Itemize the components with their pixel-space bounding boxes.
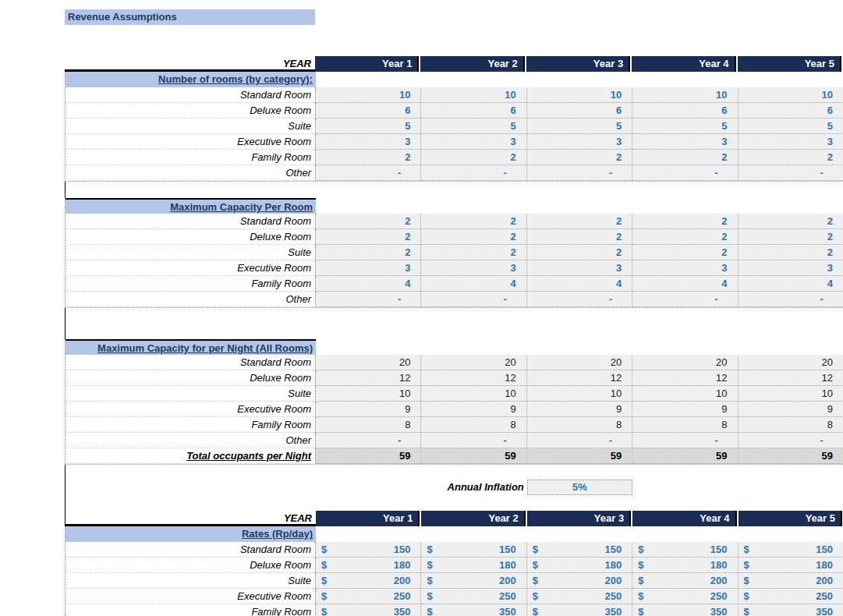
- rate-value-cell[interactable]: $350: [316, 604, 421, 616]
- value-cell[interactable]: 4: [316, 276, 421, 292]
- rate-value-cell[interactable]: $350: [739, 604, 843, 616]
- value-cell[interactable]: -: [421, 165, 526, 181]
- value-cell[interactable]: 3: [421, 134, 526, 150]
- value-cell: 8: [316, 417, 421, 433]
- value-cell[interactable]: 2: [739, 150, 843, 165]
- value-cell[interactable]: 2: [739, 229, 843, 245]
- section-capacity-per-room: Maximum Capacity Per Room Standard Room2…: [65, 198, 843, 308]
- rate-value-cell[interactable]: $150: [632, 542, 738, 558]
- rate-value-cell[interactable]: $150: [739, 542, 843, 558]
- value-cell[interactable]: 6: [421, 103, 526, 119]
- value-cell[interactable]: 2: [632, 229, 738, 245]
- value-cell[interactable]: 2: [739, 214, 843, 229]
- value-cell[interactable]: 2: [421, 229, 526, 245]
- value-cell[interactable]: -: [632, 165, 738, 181]
- value-cell[interactable]: 3: [632, 260, 738, 276]
- value-cell[interactable]: 5: [316, 119, 421, 134]
- rate-value-cell[interactable]: $200: [316, 573, 421, 589]
- annual-inflation-value-cell[interactable]: 5%: [527, 480, 632, 495]
- value-cell[interactable]: 10: [421, 87, 526, 103]
- value-cell[interactable]: 3: [632, 134, 738, 150]
- value-cell[interactable]: 2: [421, 150, 526, 165]
- value-cell[interactable]: 10: [316, 87, 421, 103]
- total-occupants-row: Total occupants per Night 5959595959: [66, 448, 843, 464]
- value-cell[interactable]: 2: [421, 214, 526, 229]
- rate-value-cell[interactable]: $180: [316, 558, 421, 573]
- rate-value-cell[interactable]: $180: [739, 558, 843, 573]
- rate-amount: 350: [710, 604, 728, 616]
- value-cell[interactable]: 3: [527, 134, 632, 150]
- value-cell[interactable]: 4: [421, 276, 526, 292]
- value-cell[interactable]: 5: [527, 119, 632, 134]
- total-value-cell: 59: [739, 448, 843, 464]
- value-cell[interactable]: 6: [316, 103, 421, 119]
- value-cell[interactable]: 10: [527, 87, 632, 103]
- rate-value-cell[interactable]: $180: [527, 558, 632, 573]
- rate-value-cell[interactable]: $250: [421, 589, 526, 604]
- value-cell[interactable]: 4: [632, 276, 738, 292]
- value-cell[interactable]: 2: [632, 245, 738, 260]
- value-cell[interactable]: 2: [527, 245, 632, 260]
- value-cell[interactable]: 2: [527, 229, 632, 245]
- value-cell[interactable]: 2: [421, 245, 526, 260]
- value-cell[interactable]: 5: [739, 119, 843, 134]
- value-cell[interactable]: 6: [632, 103, 738, 119]
- rate-amount: 250: [604, 589, 622, 604]
- value-cell[interactable]: 4: [527, 276, 632, 292]
- row-label: Deluxe Room: [66, 558, 316, 573]
- value-cell[interactable]: 4: [739, 276, 843, 292]
- value-cell[interactable]: -: [632, 292, 738, 307]
- rate-value-cell[interactable]: $150: [316, 542, 421, 558]
- value-cell[interactable]: 3: [316, 134, 421, 150]
- year-header-row-1: YEAR Year 1Year 2Year 3Year 4Year 5: [65, 56, 843, 72]
- value-cell[interactable]: 2: [316, 150, 421, 165]
- rate-value-cell[interactable]: $250: [527, 589, 632, 604]
- value-cell[interactable]: 6: [527, 103, 632, 119]
- value-cell[interactable]: 2: [527, 214, 632, 229]
- value-cell[interactable]: -: [316, 292, 421, 307]
- rate-value-cell[interactable]: $150: [421, 542, 526, 558]
- value-cell[interactable]: -: [421, 292, 526, 307]
- rate-value-cell[interactable]: $200: [421, 573, 526, 589]
- value-cell[interactable]: -: [739, 292, 843, 307]
- value-cell[interactable]: 2: [632, 150, 738, 165]
- rate-amount: 250: [499, 589, 516, 604]
- value-cell[interactable]: 3: [739, 134, 843, 150]
- value-cell[interactable]: 10: [739, 87, 843, 103]
- value-cell[interactable]: 5: [421, 119, 526, 134]
- value-cell[interactable]: 2: [316, 245, 421, 260]
- rate-value-cell[interactable]: $350: [421, 604, 526, 616]
- rate-value-cell[interactable]: $200: [527, 573, 632, 589]
- currency-symbol: $: [321, 589, 327, 604]
- rate-value-cell[interactable]: $180: [421, 558, 526, 573]
- rate-value-cell[interactable]: $200: [632, 573, 738, 589]
- rate-value-cell[interactable]: $200: [739, 573, 843, 589]
- value-cell[interactable]: 6: [739, 103, 843, 119]
- rate-value-cell[interactable]: $250: [316, 589, 421, 604]
- value-cell[interactable]: -: [527, 292, 632, 307]
- rate-value-cell[interactable]: $250: [739, 589, 843, 604]
- value-cell[interactable]: 2: [739, 245, 843, 260]
- spreadsheet: Revenue Assumptions YEAR Year 1Year 2Yea…: [0, 0, 843, 616]
- currency-symbol: $: [321, 604, 327, 616]
- rate-value-cell[interactable]: $250: [632, 589, 738, 604]
- value-cell[interactable]: 2: [316, 214, 421, 229]
- value-cell[interactable]: 10: [632, 87, 738, 103]
- value-cell[interactable]: 2: [527, 150, 632, 165]
- rate-value-cell[interactable]: $180: [632, 558, 738, 573]
- value-cell[interactable]: 3: [421, 260, 526, 276]
- value-cell[interactable]: 2: [316, 229, 421, 245]
- value-cell[interactable]: -: [739, 165, 843, 181]
- rate-value-cell[interactable]: $150: [527, 542, 632, 558]
- data-row: Family Room22222: [66, 150, 843, 165]
- value-cell[interactable]: 3: [316, 260, 421, 276]
- value-cell[interactable]: -: [316, 165, 421, 181]
- total-value-cell: 59: [421, 448, 526, 464]
- rate-value-cell[interactable]: $350: [527, 604, 632, 616]
- value-cell[interactable]: 2: [632, 214, 738, 229]
- value-cell[interactable]: 3: [739, 260, 843, 276]
- value-cell[interactable]: 5: [632, 119, 738, 134]
- value-cell[interactable]: -: [527, 165, 632, 181]
- value-cell[interactable]: 3: [527, 260, 632, 276]
- rate-value-cell[interactable]: $350: [632, 604, 738, 616]
